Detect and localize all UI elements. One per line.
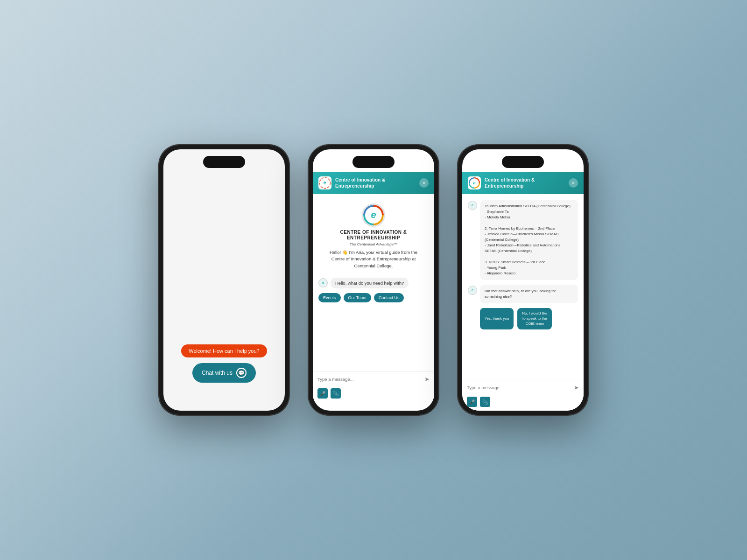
chat-footer-2: 🎤 📎: [313, 386, 434, 402]
dynamic-island-2: [352, 156, 395, 168]
bot-org-name: CENTRE OF INNOVATION & ENTREPRENEURSHIP: [340, 230, 407, 241]
chat-header-icon-2: e: [318, 176, 331, 189]
bot-tagline: The Centennial Advantage™: [350, 242, 397, 246]
chat-input-area-3: ➤: [462, 380, 584, 395]
quick-reply-contact-us[interactable]: Contact Us: [374, 293, 404, 302]
svg-text:e: e: [371, 210, 376, 220]
chat-input-area-2: ➤: [313, 371, 434, 386]
bot-message-row-1: e Tourism Administration SCHTA (Centenni…: [468, 200, 578, 280]
phone-2: e Centre of Innovation & Entrepreneurshi…: [308, 145, 439, 415]
chat-icon: 💬: [236, 368, 247, 378]
bot-avatar-small-2: e: [318, 278, 328, 287]
svg-text:e: e: [472, 203, 473, 207]
bot-avatar-small-3: e: [468, 201, 477, 210]
mic-icon-2[interactable]: 🎤: [317, 388, 328, 399]
svg-text:e: e: [322, 280, 324, 285]
chat-header-title-3: Centre of Innovation & Entrepreneurship: [485, 177, 565, 189]
bot-response-2: Did that answer help, or are you looking…: [480, 285, 578, 303]
welcome-bubble: Welcome! How can I help you?: [181, 344, 267, 357]
dynamic-island-1: [203, 156, 245, 168]
user-query-bubble: Hello, what do you need help with?: [331, 278, 409, 288]
speak-to-team-button[interactable]: No, I would like to speak to the COIE te…: [517, 308, 552, 329]
chat-with-us-button[interactable]: Chat with us 💬: [192, 363, 256, 383]
bot-response-1: Tourism Administration SCHTA (Centennial…: [480, 200, 578, 280]
quick-reply-row: Events Our Team Contact Us: [318, 293, 429, 302]
user-query-row: e Hello, what do you need help with?: [318, 278, 429, 288]
chat-body-2: e CENTRE OF INNOVATION & ENTREPRENEURSHI…: [313, 194, 434, 371]
svg-text:e: e: [472, 288, 473, 292]
chat-input-2[interactable]: [317, 377, 422, 382]
dynamic-island-3: [502, 156, 544, 168]
chat-header-icon-3: e: [468, 176, 481, 189]
chat-close-button-3[interactable]: ×: [569, 178, 578, 188]
bot-avatar-small-3b: e: [468, 286, 477, 295]
action-buttons-row: Yes, thank you No, I would like to speak…: [468, 308, 578, 329]
quick-reply-our-team[interactable]: Our Team: [344, 293, 371, 302]
chat-header-2: e Centre of Innovation & Entrepreneurshi…: [313, 172, 434, 194]
bot-logo: e: [362, 203, 385, 227]
attach-icon-2[interactable]: 📎: [331, 388, 341, 399]
bot-intro-message: Hello! 👋 I'm Aria, your virtual guide fr…: [330, 249, 417, 269]
chat-header-3: e Centre of Innovation & Entrepreneurshi…: [462, 172, 584, 194]
phone1-content: Welcome! How can I help you? Chat with u…: [163, 149, 285, 411]
bot-message-row-2: e Did that answer help, or are you looki…: [468, 285, 578, 303]
attach-icon-3[interactable]: 📎: [480, 397, 490, 407]
chat-close-button-2[interactable]: ×: [419, 178, 429, 188]
chat-input-3[interactable]: [467, 385, 571, 390]
chat-widget-3: e Centre of Innovation & Entrepreneurshi…: [462, 172, 584, 411]
yes-thank-you-button[interactable]: Yes, thank you: [480, 308, 514, 329]
mic-icon-3[interactable]: 🎤: [467, 397, 477, 407]
chat-footer-3: 🎤 📎: [462, 395, 584, 411]
phone-1: Welcome! How can I help you? Chat with u…: [159, 145, 289, 415]
chat-widget-2: e Centre of Innovation & Entrepreneurshi…: [313, 172, 434, 402]
bot-intro: e CENTRE OF INNOVATION & ENTREPRENEURSHI…: [318, 200, 429, 273]
send-icon-3[interactable]: ➤: [574, 384, 579, 391]
chat-header-title-2: Centre of Innovation & Entrepreneurship: [335, 177, 416, 189]
quick-reply-events[interactable]: Events: [318, 293, 341, 302]
phone-3: e Centre of Innovation & Entrepreneurshi…: [458, 145, 588, 415]
chat-body-3: e Tourism Administration SCHTA (Centenni…: [462, 194, 584, 380]
svg-text:e: e: [473, 180, 476, 185]
svg-text:e: e: [324, 180, 326, 185]
send-icon-2[interactable]: ➤: [424, 376, 430, 383]
chat-button-label: Chat with us: [202, 370, 233, 376]
